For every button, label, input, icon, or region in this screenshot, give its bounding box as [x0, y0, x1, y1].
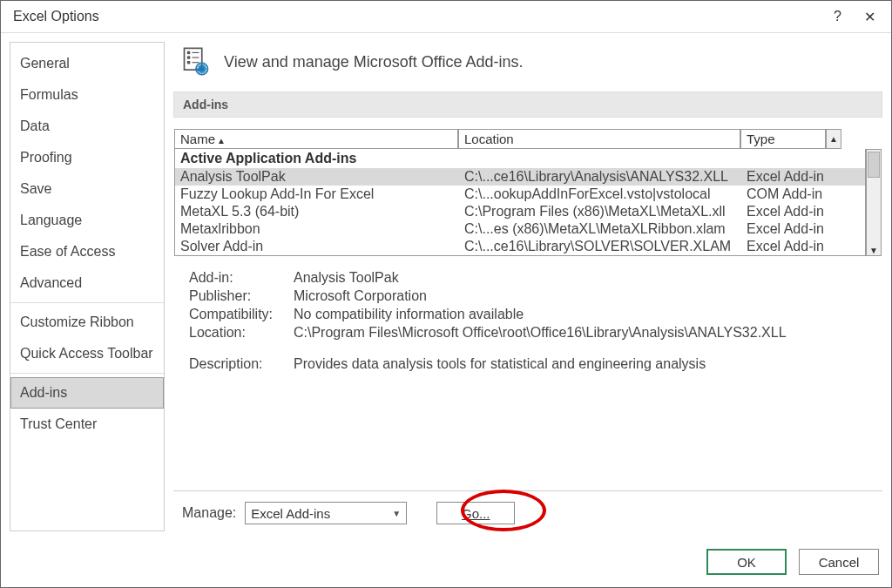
chevron-down-icon: ▼ [392, 509, 401, 518]
cell-name: Solver Add-in [175, 238, 459, 255]
manage-row: Manage: Excel Add-ins ▼ Go... [173, 491, 882, 531]
go-button[interactable]: Go... [436, 502, 515, 524]
cell-location: C:\...ce16\Library\SOLVER\SOLVER.XLAM [459, 238, 741, 255]
titlebar: Excel Options ? ✕ [1, 1, 891, 32]
sidebar-item-trust-center[interactable]: Trust Center [10, 409, 164, 440]
table-body: Active Application Add-ins Analysis Tool… [174, 149, 866, 256]
label-location: Location: [189, 325, 294, 341]
scroll-down-icon[interactable]: ▼ [869, 246, 878, 255]
table-row[interactable]: MetaXL 5.3 (64-bit) C:\Program Files (x8… [175, 203, 865, 220]
sidebar-separator [10, 302, 164, 303]
table-group-header: Active Application Add-ins [175, 149, 865, 168]
sidebar-item-language[interactable]: Language [10, 205, 164, 236]
value-description: Provides data analysis tools for statist… [294, 356, 867, 372]
excel-options-dialog: Excel Options ? ✕ General Formulas Data … [0, 0, 892, 588]
addin-details: Add-in:Analysis ToolPak Publisher:Micros… [173, 262, 882, 491]
table-header-row: Name▲ Location Type ▲ [174, 129, 882, 149]
manage-select-value: Excel Add-ins [251, 506, 330, 521]
addins-table: Name▲ Location Type ▲ Active Application… [173, 128, 882, 257]
table-row[interactable]: Fuzzy Lookup Add-In For Excel C:\...ooku… [175, 186, 865, 203]
cell-location: C:\Program Files (x86)\MetaXL\MetaXL.xll [459, 203, 741, 220]
sidebar-item-ease-of-access[interactable]: Ease of Access [10, 236, 164, 267]
cell-location: C:\...ookupAddInForExcel.vsto|vstolocal [459, 186, 741, 203]
manage-select[interactable]: Excel Add-ins ▼ [245, 502, 407, 524]
manage-label: Manage: [182, 505, 236, 521]
value-compatibility: No compatibility information available [294, 307, 867, 322]
help-icon[interactable]: ? [834, 9, 841, 24]
cell-type: Excel Add-in [741, 168, 827, 186]
value-publisher: Microsoft Corporation [294, 288, 867, 304]
svg-rect-1 [187, 51, 190, 54]
section-title: Add-ins [173, 91, 882, 118]
close-icon[interactable]: ✕ [864, 9, 875, 25]
cell-name: MetaXL 5.3 (64-bit) [175, 203, 459, 220]
cell-name: Analysis ToolPak [175, 168, 459, 186]
content-header-text: View and manage Microsoft Office Add-ins… [224, 53, 524, 71]
table-row[interactable]: Metaxlribbon C:\...es (x86)\MetaXL\MetaX… [175, 220, 865, 238]
svg-rect-3 [187, 61, 190, 64]
col-header-location[interactable]: Location [458, 129, 740, 149]
cell-type: Excel Add-in [741, 220, 827, 238]
ok-button[interactable]: OK [706, 549, 787, 575]
table-row[interactable]: Analysis ToolPak C:\...ce16\Library\Anal… [175, 168, 865, 186]
cancel-button[interactable]: Cancel [799, 549, 879, 575]
cell-name: Metaxlribbon [175, 220, 459, 238]
col-header-type[interactable]: Type [740, 129, 826, 149]
dialog-footer: OK Cancel [1, 540, 891, 587]
sidebar-item-data[interactable]: Data [10, 111, 164, 142]
sidebar: General Formulas Data Proofing Save Lang… [10, 42, 165, 531]
col-header-name[interactable]: Name▲ [174, 129, 458, 149]
cell-type: Excel Add-in [741, 203, 827, 220]
value-location: C:\Program Files\Microsoft Office\root\O… [294, 325, 867, 341]
sidebar-separator [10, 373, 164, 374]
scroll-up-icon[interactable]: ▲ [826, 129, 841, 149]
sidebar-item-add-ins[interactable]: Add-ins [10, 377, 164, 409]
content-pane: View and manage Microsoft Office Add-ins… [173, 42, 882, 531]
vertical-scrollbar[interactable]: ▼ [866, 149, 882, 256]
cell-type: COM Add-in [741, 186, 827, 203]
sidebar-item-quick-access-toolbar[interactable]: Quick Access Toolbar [10, 338, 164, 369]
label-compatibility: Compatibility: [189, 307, 294, 322]
sidebar-item-save[interactable]: Save [10, 173, 164, 205]
cell-location: C:\...es (x86)\MetaXL\MetaXLRibbon.xlam [459, 220, 741, 238]
svg-rect-2 [187, 56, 190, 58]
cell-name: Fuzzy Lookup Add-In For Excel [175, 186, 459, 203]
sidebar-item-formulas[interactable]: Formulas [10, 79, 164, 111]
sidebar-item-advanced[interactable]: Advanced [10, 267, 164, 299]
titlebar-controls: ? ✕ [834, 9, 875, 25]
value-addin: Analysis ToolPak [294, 270, 867, 286]
dialog-body: General Formulas Data Proofing Save Lang… [1, 32, 891, 540]
addins-icon [180, 45, 212, 79]
sort-asc-icon: ▲ [217, 136, 226, 145]
label-addin: Add-in: [189, 270, 294, 286]
sidebar-item-proofing[interactable]: Proofing [10, 142, 164, 173]
window-title: Excel Options [13, 9, 99, 24]
scrollbar-thumb[interactable] [868, 152, 880, 178]
content-header: View and manage Microsoft Office Add-ins… [173, 42, 882, 91]
cell-type: Excel Add-in [741, 238, 827, 255]
sidebar-item-customize-ribbon[interactable]: Customize Ribbon [10, 307, 164, 338]
cell-location: C:\...ce16\Library\Analysis\ANALYS32.XLL [459, 168, 741, 186]
table-row[interactable]: Solver Add-in C:\...ce16\Library\SOLVER\… [175, 238, 865, 255]
sidebar-item-general[interactable]: General [10, 48, 164, 79]
label-description: Description: [189, 356, 294, 372]
label-publisher: Publisher: [189, 288, 294, 304]
